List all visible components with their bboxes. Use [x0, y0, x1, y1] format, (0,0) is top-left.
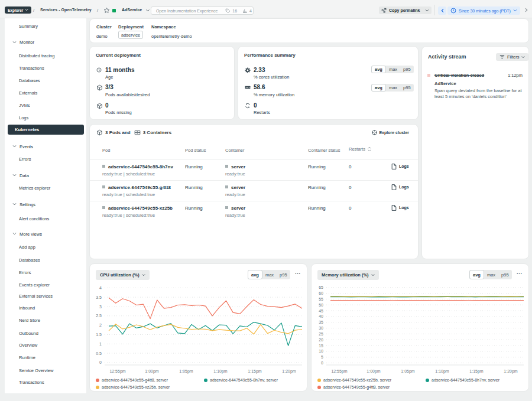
svg-text:12:55pm: 12:55pm: [109, 369, 125, 374]
svg-text:1:05pm: 1:05pm: [179, 369, 193, 374]
svg-text:3.5: 3.5: [96, 295, 102, 299]
svg-text:1:00pm: 1:00pm: [145, 369, 159, 374]
svg-text:1:15pm: 1:15pm: [248, 369, 262, 374]
svg-text:15: 15: [319, 344, 323, 348]
svg-text:1:05pm: 1:05pm: [401, 369, 415, 374]
svg-text:5: 5: [321, 355, 323, 359]
svg-text:45: 45: [319, 309, 323, 313]
svg-text:20: 20: [319, 338, 323, 342]
svg-text:2.5: 2.5: [96, 314, 102, 318]
svg-text:12:55pm: 12:55pm: [331, 369, 347, 374]
svg-text:0: 0: [99, 360, 102, 364]
svg-text:50: 50: [319, 303, 323, 307]
svg-text:35: 35: [319, 320, 323, 324]
svg-text:10: 10: [319, 349, 323, 353]
svg-text:0: 0: [321, 361, 323, 365]
svg-text:30: 30: [319, 326, 323, 330]
svg-text:1.5: 1.5: [96, 332, 102, 337]
svg-text:1:20pm: 1:20pm: [282, 369, 296, 374]
svg-text:60: 60: [319, 291, 323, 295]
svg-text:65: 65: [319, 285, 323, 289]
svg-text:2: 2: [99, 323, 102, 327]
svg-text:1:10pm: 1:10pm: [435, 369, 449, 374]
svg-text:25: 25: [319, 332, 323, 336]
svg-text:1:10pm: 1:10pm: [213, 369, 228, 374]
svg-text:3: 3: [99, 305, 102, 309]
svg-text:1: 1: [99, 342, 102, 346]
svg-text:0.5: 0.5: [96, 351, 102, 356]
svg-text:40: 40: [319, 314, 323, 318]
svg-text:1:00pm: 1:00pm: [366, 369, 381, 374]
svg-text:1:15pm: 1:15pm: [469, 369, 484, 374]
svg-text:55: 55: [319, 297, 323, 301]
svg-text:1:20pm: 1:20pm: [504, 369, 518, 374]
svg-text:4: 4: [99, 286, 102, 290]
